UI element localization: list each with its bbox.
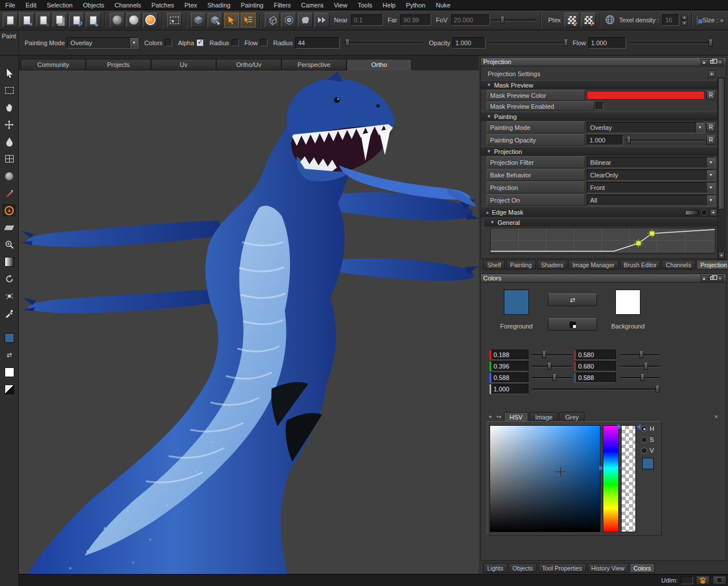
- slider-handle[interactable]: [655, 386, 659, 393]
- snapshot-region-button[interactable]: [167, 13, 182, 27]
- edge-mask-section-header[interactable]: ▸ Edge Mask +: [481, 207, 717, 217]
- falloff-curve-editor[interactable]: [490, 228, 715, 254]
- hue-radio[interactable]: [641, 426, 647, 432]
- opacity-input[interactable]: [452, 37, 486, 49]
- menu-file[interactable]: File: [0, 0, 21, 10]
- vector-brush-tool[interactable]: [3, 187, 15, 199]
- edge-mask-add-button[interactable]: +: [710, 209, 717, 216]
- alpha-value-field[interactable]: 1.000: [490, 384, 528, 394]
- slider-handle[interactable]: [641, 374, 645, 381]
- dropdown-arrow-icon[interactable]: ▼: [706, 195, 715, 205]
- hue-slider[interactable]: [620, 350, 659, 359]
- shade-panel-button[interactable]: ▲: [701, 59, 707, 65]
- project-on-dropdown[interactable]: All ▼: [587, 195, 715, 206]
- picker-history-button[interactable]: ↪: [495, 413, 503, 421]
- green-slider[interactable]: [532, 362, 572, 371]
- zoom-tool[interactable]: [3, 239, 15, 251]
- twirl-tool[interactable]: [3, 290, 15, 302]
- projection-section-header[interactable]: ▼ Projection: [481, 146, 717, 156]
- ptex-decrease-button[interactable]: ↙: [564, 13, 579, 27]
- slider-handle[interactable]: [709, 39, 713, 46]
- tab-uv[interactable]: Uv: [151, 59, 216, 70]
- blue-slider[interactable]: [532, 373, 572, 382]
- hue-strip[interactable]: [603, 425, 619, 532]
- edge-mask-preview-icon[interactable]: [701, 209, 707, 216]
- close-panel-button[interactable]: ×: [717, 275, 723, 282]
- picker-tab-grey[interactable]: Grey: [559, 412, 584, 422]
- alpha-checkbox[interactable]: ✓: [196, 39, 204, 46]
- add-picker-tab-button[interactable]: +: [487, 413, 494, 421]
- red-value-field[interactable]: 0.188: [490, 350, 528, 360]
- radius-slider[interactable]: [343, 38, 423, 47]
- saturation-slider[interactable]: [620, 362, 659, 371]
- foreground-color-swatch-large[interactable]: [504, 290, 529, 315]
- duplicate-button[interactable]: [53, 13, 67, 27]
- object-mode-button[interactable]: [191, 13, 206, 27]
- dropdown-arrow-icon[interactable]: ▼: [129, 38, 138, 48]
- slider-handle[interactable]: [542, 351, 546, 358]
- slider-handle[interactable]: [644, 363, 648, 370]
- menu-objects[interactable]: Objects: [78, 0, 109, 10]
- background-color-swatch-large[interactable]: [615, 290, 641, 315]
- dock-tab-image-manager[interactable]: Image Manager: [568, 260, 619, 270]
- tab-perspective[interactable]: Perspective: [281, 59, 347, 70]
- reset-painting-mode-button[interactable]: R: [706, 123, 715, 132]
- patch-mode-button[interactable]: [208, 13, 222, 27]
- menu-channels[interactable]: Channels: [109, 0, 146, 10]
- tab-community[interactable]: Community: [21, 59, 86, 70]
- stepper-up-icon[interactable]: ▲: [681, 15, 687, 20]
- background-color-swatch[interactable]: [3, 366, 15, 378]
- menu-patches[interactable]: Patches: [146, 0, 180, 10]
- menu-view[interactable]: View: [329, 0, 353, 10]
- alpha-marker-left-icon[interactable]: [618, 424, 622, 430]
- hue-value-field[interactable]: 0.580: [574, 350, 616, 360]
- flow-slider[interactable]: [630, 38, 712, 47]
- general-section-header[interactable]: ▼ General: [484, 217, 717, 227]
- dropdown-arrow-icon[interactable]: ▼: [695, 122, 704, 133]
- dock-tab-channels[interactable]: Channels: [662, 260, 695, 270]
- far-input[interactable]: [400, 14, 431, 26]
- warp-grid-tool[interactable]: [3, 153, 15, 165]
- saturation-value-square[interactable]: [490, 425, 600, 532]
- colors-checkbox[interactable]: ✓: [165, 39, 172, 46]
- dock-tab-projection[interactable]: Projection: [697, 260, 728, 270]
- transform-tool[interactable]: [3, 118, 15, 130]
- menu-selection[interactable]: Selection: [42, 0, 78, 10]
- current-color-swatch[interactable]: [642, 458, 654, 469]
- foreground-color-swatch[interactable]: [3, 332, 15, 344]
- bottom-tab-objects[interactable]: Objects: [508, 563, 537, 573]
- flow-checkbox[interactable]: ✓: [260, 39, 268, 46]
- menu-tools[interactable]: Tools: [352, 0, 377, 10]
- alpha-slider[interactable]: [532, 385, 659, 394]
- red-slider[interactable]: [532, 350, 572, 359]
- menu-painting[interactable]: Painting: [236, 0, 269, 10]
- texel-density-input[interactable]: [662, 14, 679, 26]
- playblast-button[interactable]: [315, 13, 329, 27]
- tab-projects[interactable]: Projects: [86, 59, 151, 70]
- close-picker-button[interactable]: ×: [713, 413, 720, 421]
- mask-preview-section-header[interactable]: ▼ Mask Preview: [481, 80, 717, 89]
- tab-ortho[interactable]: Ortho: [347, 59, 412, 70]
- dock-tab-shaders[interactable]: Shaders: [537, 260, 567, 270]
- creature-model[interactable]: [19, 70, 479, 574]
- float-panel-button[interactable]: [709, 59, 715, 65]
- blue-value-field[interactable]: 0.588: [490, 373, 528, 383]
- curve-graph[interactable]: [491, 228, 715, 252]
- painting-section-header[interactable]: ▼ Painting: [481, 112, 717, 121]
- mask-preview-color-swatch[interactable]: [587, 91, 705, 100]
- tab-ortho-uv[interactable]: Ortho/Uv: [216, 59, 281, 70]
- radius-input[interactable]: [295, 37, 340, 49]
- texel-density-stepper[interactable]: ▲ ▼: [681, 15, 687, 26]
- scrollbar-thumb[interactable]: [718, 78, 725, 209]
- export-button[interactable]: ↳: [86, 13, 101, 27]
- import-button[interactable]: P: [69, 13, 84, 27]
- marquee-select-tool[interactable]: [3, 84, 15, 96]
- near-input[interactable]: [351, 14, 383, 26]
- eyedropper-tool[interactable]: [3, 307, 15, 319]
- painting-mode-dropdown[interactable]: Overlay ▼: [67, 37, 138, 49]
- menu-help[interactable]: Help: [377, 0, 401, 10]
- reset-colors-button[interactable]: [548, 318, 597, 331]
- menu-python[interactable]: Python: [401, 0, 431, 10]
- slider-handle[interactable]: [552, 374, 556, 381]
- swap-colors-large-button[interactable]: ⇄: [548, 294, 597, 306]
